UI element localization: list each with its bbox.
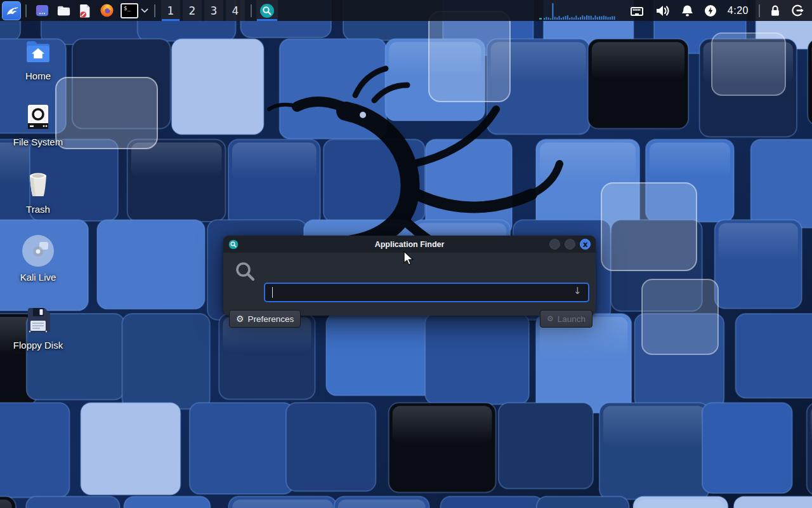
- desktop-icon-label: File System: [8, 137, 69, 147]
- lock-screen-button[interactable]: [769, 4, 781, 17]
- panel-separator: [154, 4, 155, 17]
- desktop-icon-floppy-disk[interactable]: Floppy Disk: [8, 302, 69, 351]
- lock-icon: [769, 4, 781, 17]
- workspace-3[interactable]: 3: [204, 0, 223, 21]
- logout-icon: [791, 4, 804, 17]
- launch-gear-icon: ⚙: [547, 315, 554, 323]
- text-editor-launcher[interactable]: [77, 3, 93, 19]
- preferences-button[interactable]: ⚙ Preferences: [229, 310, 301, 328]
- logout-button[interactable]: [791, 4, 804, 17]
- kali-logo-icon: [4, 4, 18, 18]
- panel-separator: [759, 4, 760, 17]
- desktop-icon-label: Floppy Disk: [8, 340, 69, 351]
- ethernet-icon: [629, 3, 645, 18]
- desktop-icon-home[interactable]: Home: [8, 33, 69, 81]
- minimize-button[interactable]: [549, 239, 560, 250]
- workspace-1[interactable]: 1: [161, 0, 180, 21]
- desktop-icon-file-system[interactable]: File System: [8, 99, 69, 147]
- gear-icon: ⚙: [236, 314, 244, 323]
- application-finder-icon: [228, 239, 239, 250]
- launch-button[interactable]: ⚙ Launch: [540, 310, 593, 328]
- desktop-icon-label: Trash: [8, 204, 69, 215]
- clock[interactable]: 4:20: [728, 5, 749, 17]
- top-panel: $_ 1 2 3 4: [0, 0, 812, 21]
- desktop-icon-label: Kali Live: [8, 272, 69, 283]
- workspace-2[interactable]: 2: [183, 0, 202, 21]
- bell-icon: [681, 4, 694, 18]
- home-folder-icon: [23, 36, 53, 66]
- panel-separator: [25, 4, 27, 17]
- chevron-down-icon: [141, 7, 148, 15]
- speaker-icon: [655, 3, 671, 18]
- close-icon: x: [583, 241, 588, 248]
- search-icon: [234, 260, 257, 283]
- workspace-1-label: 1: [167, 4, 174, 17]
- workspace-2-label: 2: [189, 4, 196, 17]
- network-indicator[interactable]: [629, 3, 645, 18]
- text-editor-icon: [78, 3, 92, 18]
- terminal-dropdown-button[interactable]: [140, 3, 150, 19]
- terminal-launcher[interactable]: $_: [121, 3, 138, 18]
- applications-menu-button[interactable]: [2, 1, 21, 20]
- finder-body: ↓ ⚙ Preferences ⚙ Launch: [223, 253, 596, 316]
- text-caret: [272, 287, 273, 298]
- launch-label: Launch: [558, 314, 586, 324]
- desktop-icon-label: Home: [8, 70, 69, 81]
- firefox-launcher[interactable]: [99, 3, 114, 19]
- volume-control[interactable]: [655, 3, 671, 18]
- application-finder-window: Application Finder x ↓ ⚙ Preferences ⚙ L…: [223, 236, 596, 316]
- maximize-button[interactable]: [565, 239, 575, 250]
- notifications[interactable]: [681, 4, 694, 18]
- workspace-4-label: 4: [232, 4, 239, 17]
- hard-drive-icon: [23, 102, 53, 132]
- trash-can-icon: [23, 169, 53, 199]
- desktop-icon-kali-live[interactable]: Kali Live: [8, 234, 69, 283]
- close-button[interactable]: x: [580, 239, 591, 250]
- power-manager[interactable]: [704, 4, 717, 17]
- workspace-4[interactable]: 4: [226, 0, 245, 21]
- cpu-graph[interactable]: [539, 0, 617, 21]
- titlebar[interactable]: Application Finder x: [223, 236, 596, 253]
- firefox-icon: [100, 3, 114, 18]
- window-manager-launcher[interactable]: [34, 3, 49, 19]
- window-icon: [35, 3, 49, 18]
- floppy-disk-icon: [23, 305, 53, 335]
- live-disc-icon: [22, 234, 55, 267]
- app-finder-icon: [259, 3, 275, 18]
- file-manager-launcher[interactable]: [56, 3, 71, 19]
- window-title: Application Finder: [223, 240, 596, 249]
- preferences-label: Preferences: [248, 314, 294, 324]
- workspace-3-label: 3: [211, 4, 218, 17]
- panel-separator: [251, 4, 252, 17]
- system-tray: 4:20: [539, 0, 812, 21]
- folder-icon: [56, 3, 71, 18]
- desktop-icon-trash[interactable]: Trash: [8, 166, 69, 215]
- terminal-prompt-glyph: $_: [124, 5, 131, 11]
- app-finder-taskbar-button[interactable]: [256, 0, 278, 21]
- search-input[interactable]: [264, 283, 589, 302]
- power-bolt-icon: [704, 4, 717, 17]
